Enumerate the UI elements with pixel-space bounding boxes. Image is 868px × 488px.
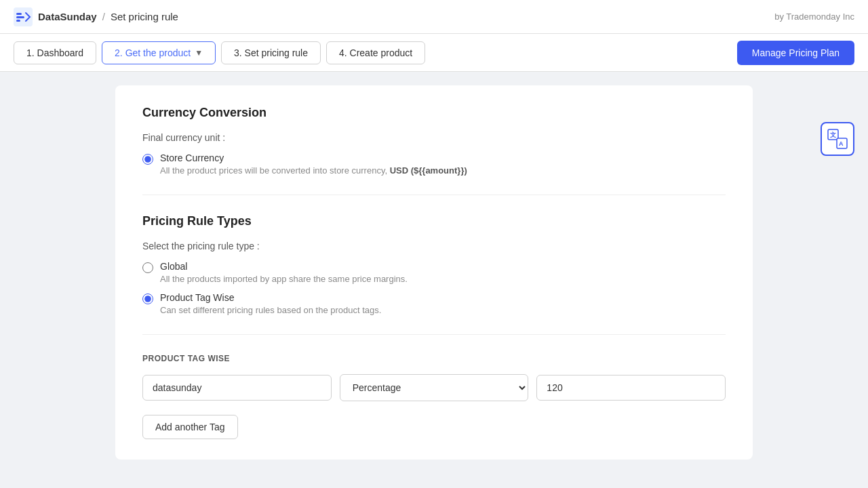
store-currency-option: Store Currency All the product prices wi… xyxy=(142,152,726,176)
product-tag-wise-desc: Can set different pricing rules based on… xyxy=(160,305,381,315)
step-get-product-label: 2. Get the product xyxy=(115,47,191,58)
currency-conversion-section: Currency Conversion Final currency unit … xyxy=(142,106,726,176)
product-tag-wise-content: Product Tag Wise Can set different prici… xyxy=(160,292,381,315)
step-set-pricing-label: 3. Set pricing rule xyxy=(234,47,308,58)
global-option: Global All the products imported by app … xyxy=(142,261,726,284)
svg-rect-2 xyxy=(16,16,24,18)
global-desc: All the products imported by app share t… xyxy=(160,274,408,284)
amount-input[interactable] xyxy=(536,375,726,401)
global-content: Global All the products imported by app … xyxy=(160,261,408,284)
svg-text:文: 文 xyxy=(830,131,836,138)
tag-row: Percentage Fixed Markup xyxy=(142,374,726,401)
product-tag-wise-option: Product Tag Wise Can set different prici… xyxy=(142,292,726,315)
pricing-type-select[interactable]: Percentage Fixed Markup xyxy=(340,374,529,401)
step-dashboard-label: 1. Dashboard xyxy=(26,47,83,58)
breadcrumb-separator: / xyxy=(102,11,105,22)
pricing-rule-section-title: Pricing Rule Types xyxy=(142,214,726,228)
store-currency-label[interactable]: Store Currency xyxy=(160,152,224,163)
pricing-rule-radio-group: Global All the products imported by app … xyxy=(142,261,726,315)
manage-pricing-plan-button[interactable]: Manage Pricing Plan xyxy=(737,41,854,65)
app-logo-icon xyxy=(14,7,33,26)
product-tag-wise-radio[interactable] xyxy=(142,293,153,304)
step-create-product-button[interactable]: 4. Create product xyxy=(326,41,425,64)
step-get-product-button[interactable]: 2. Get the product ▼ xyxy=(102,41,216,64)
main-content: Currency Conversion Final currency unit … xyxy=(0,72,868,473)
step-tabs: 1. Dashboard 2. Get the product ▼ 3. Set… xyxy=(0,34,868,72)
product-tag-wise-label[interactable]: Product Tag Wise xyxy=(160,292,234,303)
topbar-left: DataSunday / Set pricing rule xyxy=(14,7,178,26)
currency-field-label: Final currency unit : xyxy=(142,132,726,143)
product-tag-section-label: PRODUCT TAG WISE xyxy=(142,354,726,363)
translate-icon-button[interactable]: 文 A xyxy=(821,122,854,156)
step-dashboard-button[interactable]: 1. Dashboard xyxy=(14,41,96,64)
step-set-pricing-button[interactable]: 3. Set pricing rule xyxy=(221,41,321,64)
svg-rect-1 xyxy=(16,13,22,15)
product-tag-wise-section: PRODUCT TAG WISE Percentage Fixed Markup… xyxy=(142,354,726,439)
store-currency-desc-text: All the product prices will be converted… xyxy=(160,165,390,176)
currency-section-title: Currency Conversion xyxy=(142,106,726,120)
global-radio[interactable] xyxy=(142,262,153,273)
app-name: DataSunday xyxy=(38,11,97,22)
currency-radio-group: Store Currency All the product prices wi… xyxy=(142,152,726,176)
global-label[interactable]: Global xyxy=(160,261,187,272)
dropdown-arrow-icon: ▼ xyxy=(195,48,203,58)
section-divider-1 xyxy=(142,195,726,195)
pricing-rule-field-label: Select the pricing rule type : xyxy=(142,241,726,251)
topbar-by-text: by Trademonday Inc xyxy=(774,12,854,22)
step-create-product-label: 4. Create product xyxy=(339,47,412,58)
store-currency-content: Store Currency All the product prices wi… xyxy=(160,152,467,176)
tag-name-input[interactable] xyxy=(142,375,332,401)
svg-text:A: A xyxy=(839,140,844,147)
add-another-tag-button[interactable]: Add another Tag xyxy=(142,415,238,439)
step-tabs-left: 1. Dashboard 2. Get the product ▼ 3. Set… xyxy=(14,41,425,64)
store-currency-desc-bold: USD (${{amount}}) xyxy=(390,165,467,176)
content-card: Currency Conversion Final currency unit … xyxy=(115,85,753,460)
store-currency-desc: All the product prices will be converted… xyxy=(160,165,467,176)
store-currency-radio[interactable] xyxy=(142,154,153,165)
pricing-rule-types-section: Pricing Rule Types Select the pricing ru… xyxy=(142,214,726,315)
section-divider-2 xyxy=(142,334,726,335)
topbar: DataSunday / Set pricing rule by Trademo… xyxy=(0,0,868,34)
translate-svg-icon: 文 A xyxy=(827,129,848,149)
breadcrumb-current: Set pricing rule xyxy=(111,11,178,22)
svg-rect-3 xyxy=(16,20,20,22)
